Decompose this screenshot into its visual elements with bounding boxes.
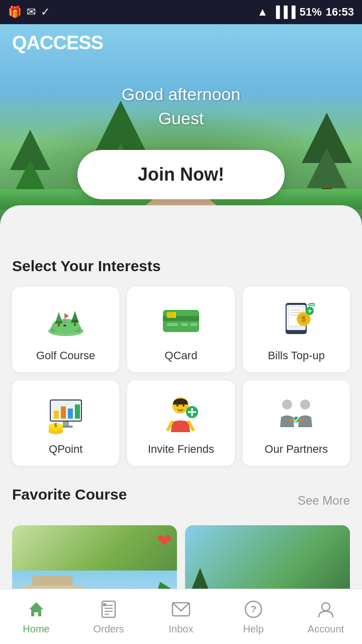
svg-point-51 — [183, 405, 185, 407]
help-icon: ? — [242, 598, 264, 620]
app-logo: QACCESS — [12, 32, 103, 54]
logo-q: Q — [12, 32, 27, 53]
wifi-icon: ▲ — [257, 6, 268, 19]
bottom-navigation: Home Orders Inbox — [0, 589, 362, 644]
svg-point-55 — [282, 399, 292, 410]
orders-icon — [98, 598, 120, 620]
see-more-button[interactable]: See More — [298, 494, 350, 508]
nav-account-label: Account — [308, 623, 344, 635]
qcard-icon — [161, 301, 201, 341]
svg-point-34 — [311, 307, 313, 309]
favorite-heart-icon[interactable]: ❤ — [157, 530, 172, 551]
gmail-icon: ✉ — [27, 6, 36, 19]
svg-rect-17 — [167, 312, 176, 318]
bills-topup-icon: $ + — [276, 301, 316, 341]
nav-home[interactable]: Home — [0, 598, 72, 635]
svg-marker-4 — [56, 312, 62, 321]
hero-curve-overlay — [0, 205, 362, 246]
nav-inbox-label: Inbox — [169, 623, 194, 635]
svg-text:?: ? — [251, 604, 256, 614]
inbox-icon — [170, 598, 192, 620]
svg-rect-37 — [54, 411, 59, 419]
join-now-button[interactable]: Join Now! — [77, 150, 285, 199]
main-content: Select Your Interests — [0, 246, 362, 644]
svg-point-50 — [176, 405, 178, 407]
svg-rect-38 — [61, 407, 66, 419]
interest-invite-friends[interactable]: Invite Friends — [127, 380, 234, 466]
svg-rect-39 — [68, 409, 73, 419]
logo-access: ACCESS — [27, 32, 103, 53]
nav-orders-label: Orders — [93, 623, 124, 635]
svg-text:$: $ — [302, 315, 306, 323]
qpoint-icon: $ — [46, 394, 86, 435]
our-partners-label: Our Partners — [264, 443, 328, 456]
svg-rect-8 — [74, 323, 76, 326]
account-icon — [315, 598, 337, 620]
interest-qcard[interactable]: QCard — [127, 287, 234, 372]
interest-bills-topup[interactable]: $ + Bills Top-up — [243, 287, 350, 372]
svg-marker-10 — [65, 313, 69, 318]
svg-rect-5 — [58, 324, 60, 327]
our-partners-icon — [276, 394, 316, 435]
join-button-wrapper: Join Now! — [77, 150, 285, 199]
svg-rect-16 — [190, 323, 197, 326]
svg-point-11 — [63, 325, 66, 327]
bills-topup-label: Bills Top-up — [268, 349, 325, 362]
status-right: ▲ ▐▐▐ 51% 16:53 — [257, 6, 354, 19]
favorite-course-title: Favorite Course — [12, 486, 127, 503]
nav-inbox[interactable]: Inbox — [145, 598, 217, 635]
nav-account[interactable]: Account — [290, 598, 362, 635]
nav-help-label: Help — [243, 623, 263, 635]
hero-section: QACCESS Good afternoon Guest Join Now! — [0, 24, 362, 246]
check-icon: ✓ — [41, 6, 50, 19]
invite-friends-icon — [161, 394, 201, 435]
signal-icon: ▐▐▐ — [272, 6, 296, 19]
interests-title: Select Your Interests — [12, 258, 350, 275]
interest-qpoint[interactable]: $ QPoint — [12, 380, 119, 466]
svg-rect-14 — [167, 323, 178, 326]
status-left: 🎁 ✉ ✓ — [8, 6, 50, 19]
interest-our-partners[interactable]: Our Partners — [243, 380, 350, 466]
nav-orders[interactable]: Orders — [72, 598, 145, 635]
favorite-header: Favorite Course See More — [12, 486, 350, 515]
clock: 16:53 — [326, 6, 354, 19]
user-name: Guest — [0, 109, 362, 128]
golf-course-icon — [46, 301, 86, 341]
svg-point-68 — [322, 603, 330, 611]
golf-course-label: Golf Course — [36, 349, 95, 362]
svg-marker-58 — [29, 602, 43, 616]
interests-grid: Golf Course — [12, 287, 350, 466]
gift-icon: 🎁 — [8, 6, 22, 19]
interests-section: Select Your Interests — [12, 258, 350, 466]
greeting-text: Good afternoon — [0, 85, 362, 104]
svg-point-56 — [300, 399, 310, 410]
svg-rect-40 — [75, 405, 80, 419]
svg-text:$: $ — [54, 423, 57, 428]
nav-help[interactable]: ? Help — [217, 598, 290, 635]
home-icon — [25, 598, 47, 620]
qpoint-label: QPoint — [49, 443, 82, 456]
battery-level: 51% — [300, 6, 322, 19]
interest-golf-course[interactable]: Golf Course — [12, 287, 119, 372]
invite-friends-label: Invite Friends — [148, 443, 214, 456]
svg-rect-15 — [181, 323, 188, 326]
svg-marker-7 — [72, 311, 78, 320]
svg-rect-64 — [103, 603, 106, 606]
nav-home-label: Home — [23, 623, 49, 635]
qcard-label: QCard — [165, 349, 198, 362]
svg-rect-41 — [63, 422, 69, 426]
status-bar: 🎁 ✉ ✓ ▲ ▐▐▐ 51% 16:53 — [0, 0, 362, 24]
